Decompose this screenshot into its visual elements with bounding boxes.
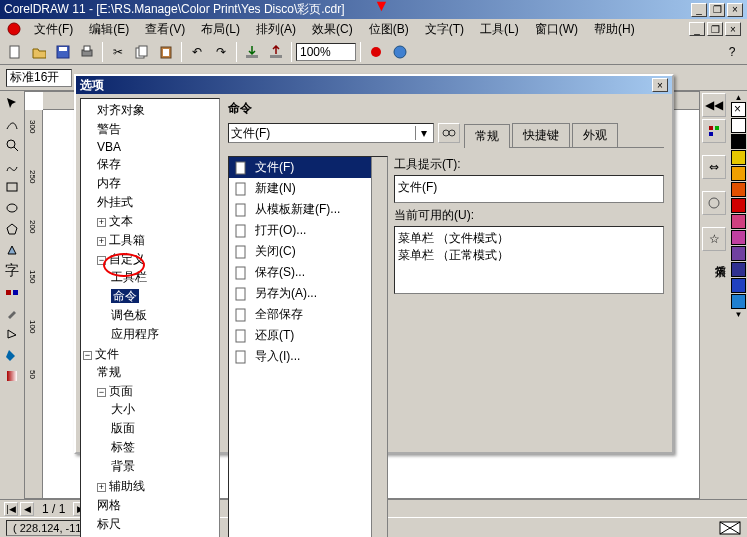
- zoom-combo[interactable]: [296, 43, 356, 61]
- ellipse-tool-icon[interactable]: [2, 198, 22, 218]
- new-icon[interactable]: [4, 41, 26, 63]
- docker-obj-mgr-label[interactable]: 对象管理器: [702, 145, 728, 153]
- tree-general[interactable]: 常规: [97, 363, 217, 382]
- menu-bitmap[interactable]: 位图(B): [365, 19, 413, 40]
- tree-item[interactable]: 外挂式: [97, 193, 217, 212]
- options-tree[interactable]: 对齐对象警告VBA保存内存外挂式 +文本 +工具箱 −自定义 工具栏 命令 调色…: [80, 98, 220, 537]
- blend-tool-icon[interactable]: [2, 282, 22, 302]
- undo-icon[interactable]: ↶: [186, 41, 208, 63]
- menu-view[interactable]: 查看(V): [141, 19, 189, 40]
- polygon-tool-icon[interactable]: [2, 219, 22, 239]
- zoom-tool-icon[interactable]: [2, 135, 22, 155]
- dialog-titlebar[interactable]: 选项 ×: [76, 76, 672, 94]
- tree-customize[interactable]: 自定义: [109, 252, 145, 266]
- tree-item[interactable]: VBA: [97, 139, 217, 155]
- palette-down-icon[interactable]: ▼: [730, 310, 747, 319]
- color-swatch[interactable]: [731, 262, 746, 277]
- tree-grid[interactable]: 网格: [97, 496, 217, 515]
- menu-tools[interactable]: 工具(L): [476, 19, 523, 40]
- scrollbar[interactable]: [371, 157, 387, 537]
- color-swatch[interactable]: [731, 278, 746, 293]
- eyedropper-tool-icon[interactable]: [2, 303, 22, 323]
- interactive-fill-icon[interactable]: [2, 366, 22, 386]
- tree-page[interactable]: 页面: [109, 384, 133, 398]
- rectangle-tool-icon[interactable]: [2, 177, 22, 197]
- list-item[interactable]: 菜单栏 （文件模式）: [398, 230, 660, 247]
- expand-icon[interactable]: +: [97, 237, 106, 246]
- context-help-icon[interactable]: ?: [721, 41, 743, 63]
- tree-text[interactable]: 文本: [109, 214, 133, 228]
- docker-lens-label[interactable]: 透镜: [702, 217, 728, 225]
- text-tool-icon[interactable]: 字: [2, 261, 22, 281]
- tab-appearance[interactable]: 外观: [572, 123, 618, 147]
- collapse-icon[interactable]: −: [97, 256, 106, 265]
- command-list[interactable]: 文件(F)▶新建(N)从模板新建(F)...打开(O)...关闭(C)保存(S)…: [228, 156, 388, 537]
- minimize-button[interactable]: _: [691, 3, 707, 17]
- palette-up-icon[interactable]: ▲: [730, 93, 747, 102]
- tree-toolbars[interactable]: 工具栏: [111, 268, 217, 287]
- color-swatch[interactable]: [731, 118, 746, 133]
- command-item[interactable]: 文件(F)▶: [229, 157, 387, 178]
- color-swatch[interactable]: [731, 150, 746, 165]
- no-fill-swatch[interactable]: ×: [731, 102, 746, 117]
- first-page-button[interactable]: |◀: [4, 502, 18, 516]
- open-icon[interactable]: [28, 41, 50, 63]
- color-swatch[interactable]: [731, 294, 746, 309]
- category-combo[interactable]: 文件(F)▾: [228, 123, 434, 143]
- paper-combo[interactable]: [6, 69, 72, 87]
- tab-general[interactable]: 常规: [464, 124, 510, 148]
- tree-guides[interactable]: 辅助线: [109, 479, 145, 493]
- docker-transform-label[interactable]: 变换: [702, 181, 728, 189]
- menu-layout[interactable]: 布局(L): [197, 19, 244, 40]
- copy-icon[interactable]: [131, 41, 153, 63]
- tree-item[interactable]: 对齐对象: [97, 101, 217, 120]
- list-item[interactable]: 菜单栏 （正常模式）: [398, 247, 660, 264]
- obj-mgr-icon[interactable]: [702, 119, 726, 143]
- color-swatch[interactable]: [731, 182, 746, 197]
- menu-help[interactable]: 帮助(H): [590, 19, 639, 40]
- menu-window[interactable]: 窗口(W): [531, 19, 582, 40]
- color-swatch[interactable]: [731, 166, 746, 181]
- tree-commands[interactable]: 命令: [111, 289, 139, 303]
- internet-icon[interactable]: [389, 41, 411, 63]
- command-item[interactable]: 关闭(C): [229, 241, 387, 262]
- shapes-tool-icon[interactable]: [2, 240, 22, 260]
- pick-tool-icon[interactable]: [2, 93, 22, 113]
- vresize-down-icon[interactable]: ▼: [374, 2, 390, 10]
- find-button[interactable]: [438, 123, 460, 143]
- color-swatch[interactable]: [731, 214, 746, 229]
- tree-rulers[interactable]: 标尺: [97, 515, 217, 534]
- tree-item[interactable]: 内存: [97, 174, 217, 193]
- tree-apps[interactable]: 应用程序: [111, 325, 217, 344]
- color-swatch[interactable]: [731, 134, 746, 149]
- export-icon[interactable]: [265, 41, 287, 63]
- menu-arrange[interactable]: 排列(A): [252, 19, 300, 40]
- menu-effects[interactable]: 效果(C): [308, 19, 357, 40]
- import-icon[interactable]: [241, 41, 263, 63]
- tree-item[interactable]: 警告: [97, 120, 217, 139]
- expand-icon[interactable]: +: [97, 483, 106, 492]
- tab-shortcut[interactable]: 快捷键: [512, 123, 570, 147]
- expand-icon[interactable]: +: [97, 218, 106, 227]
- transform-icon[interactable]: ⇔: [702, 155, 726, 179]
- dialog-close-button[interactable]: ×: [652, 78, 668, 92]
- fill-tool-icon[interactable]: [2, 345, 22, 365]
- tree-item[interactable]: 保存: [97, 155, 217, 174]
- insert-char-icon[interactable]: ☆: [702, 227, 726, 251]
- shape-tool-icon[interactable]: [2, 114, 22, 134]
- command-item[interactable]: 全部保存: [229, 304, 387, 325]
- close-button[interactable]: ×: [727, 3, 743, 17]
- menu-text[interactable]: 文字(T): [421, 19, 468, 40]
- lens-icon[interactable]: [702, 191, 726, 215]
- doc-close-button[interactable]: ×: [725, 22, 741, 36]
- tooltip-field[interactable]: 文件(F): [394, 175, 664, 203]
- tree-label[interactable]: 标签: [111, 438, 217, 457]
- cut-icon[interactable]: ✂: [107, 41, 129, 63]
- restore-button[interactable]: ❐: [709, 3, 725, 17]
- doc-restore-button[interactable]: ❐: [707, 22, 723, 36]
- command-item[interactable]: 还原(T): [229, 325, 387, 346]
- paste-icon[interactable]: [155, 41, 177, 63]
- outline-tool-icon[interactable]: [2, 324, 22, 344]
- docker-insert-char-label[interactable]: 插入字符: [702, 253, 728, 261]
- collapse-icon[interactable]: −: [97, 388, 106, 397]
